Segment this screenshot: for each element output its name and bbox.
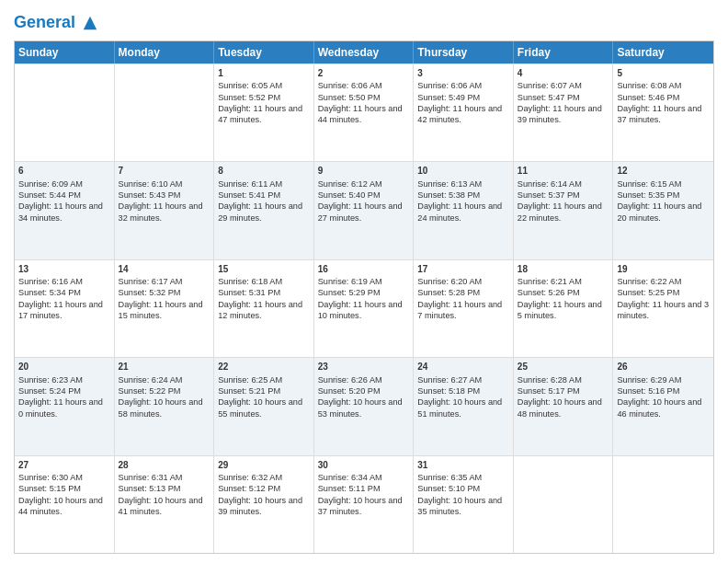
day-cell-21: 21Sunrise: 6:24 AMSunset: 5:22 PMDayligh…	[115, 358, 215, 454]
weekday-header-friday: Friday	[514, 41, 614, 63]
day-number: 28	[119, 459, 210, 472]
sunset-time: Sunset: 5:29 PM	[318, 288, 381, 297]
day-number: 14	[119, 263, 210, 276]
sunrise-time: Sunrise: 6:05 AM	[218, 81, 282, 90]
sunset-time: Sunset: 5:26 PM	[518, 288, 580, 297]
day-number: 30	[318, 459, 410, 472]
daylight-hours: Daylight: 10 hours and 51 minutes.	[417, 397, 502, 418]
sunrise-time: Sunrise: 6:08 AM	[617, 81, 681, 90]
day-number: 4	[518, 67, 609, 80]
daylight-hours: Daylight: 11 hours and 27 minutes.	[318, 201, 403, 222]
daylight-hours: Daylight: 11 hours and 3 minutes.	[617, 300, 709, 320]
page: General SundayMondayTuesdayWednesdayThur…	[0, 0, 728, 563]
calendar-header: SundayMondayTuesdayWednesdayThursdayFrid…	[15, 41, 713, 63]
day-number: 17	[417, 263, 509, 276]
day-number: 31	[417, 459, 509, 472]
sunrise-time: Sunrise: 6:21 AM	[518, 277, 582, 286]
day-cell-15: 15Sunrise: 6:18 AMSunset: 5:31 PMDayligh…	[214, 260, 314, 357]
sunset-time: Sunset: 5:43 PM	[119, 190, 181, 200]
day-cell-23: 23Sunrise: 6:26 AMSunset: 5:20 PMDayligh…	[314, 358, 415, 454]
sunset-time: Sunset: 5:50 PM	[318, 93, 381, 102]
day-cell-26: 26Sunrise: 6:29 AMSunset: 5:16 PMDayligh…	[613, 358, 713, 454]
sunrise-time: Sunrise: 6:11 AM	[218, 179, 282, 189]
sunset-time: Sunset: 5:24 PM	[18, 386, 81, 396]
sunrise-time: Sunrise: 6:29 AM	[617, 375, 681, 385]
sunrise-time: Sunrise: 6:14 AM	[518, 179, 582, 189]
sunrise-time: Sunrise: 6:35 AM	[417, 473, 482, 482]
calendar-row-1: 1Sunrise: 6:05 AMSunset: 5:52 PMDaylight…	[15, 63, 713, 161]
day-number: 26	[617, 361, 710, 373]
daylight-hours: Daylight: 10 hours and 44 minutes.	[18, 496, 103, 516]
daylight-hours: Daylight: 11 hours and 24 minutes.	[417, 201, 502, 222]
header: General	[14, 9, 714, 33]
daylight-hours: Daylight: 11 hours and 20 minutes.	[617, 201, 701, 222]
day-number: 16	[318, 263, 410, 276]
sunrise-time: Sunrise: 6:24 AM	[119, 375, 183, 385]
sunset-time: Sunset: 5:17 PM	[518, 386, 580, 396]
day-number: 3	[417, 67, 509, 80]
sunrise-time: Sunrise: 6:06 AM	[417, 81, 482, 90]
calendar-row-4: 20Sunrise: 6:23 AMSunset: 5:24 PMDayligh…	[15, 357, 713, 454]
calendar-row-5: 27Sunrise: 6:30 AMSunset: 5:15 PMDayligh…	[15, 455, 713, 553]
day-number: 18	[518, 263, 609, 276]
sunset-time: Sunset: 5:28 PM	[417, 288, 480, 297]
logo-text: General	[14, 13, 98, 33]
daylight-hours: Daylight: 10 hours and 37 minutes.	[318, 496, 403, 516]
daylight-hours: Daylight: 11 hours and 34 minutes.	[18, 201, 103, 222]
daylight-hours: Daylight: 11 hours and 42 minutes.	[417, 104, 502, 124]
day-cell-1: 1Sunrise: 6:05 AMSunset: 5:52 PMDaylight…	[214, 64, 314, 161]
sunrise-time: Sunrise: 6:10 AM	[119, 179, 183, 189]
sunset-time: Sunset: 5:47 PM	[518, 93, 580, 102]
day-cell-4: 4Sunrise: 6:07 AMSunset: 5:47 PMDaylight…	[514, 64, 614, 161]
weekday-header-sunday: Sunday	[15, 41, 115, 63]
sunrise-time: Sunrise: 6:20 AM	[417, 277, 482, 286]
sunset-time: Sunset: 5:13 PM	[119, 484, 181, 493]
weekday-header-thursday: Thursday	[414, 41, 514, 63]
day-number: 12	[617, 165, 710, 178]
day-number: 5	[617, 67, 710, 80]
day-number: 10	[417, 165, 509, 178]
sunrise-time: Sunrise: 6:32 AM	[218, 473, 282, 482]
day-number: 7	[119, 165, 210, 178]
calendar: SundayMondayTuesdayWednesdayThursdayFrid…	[14, 40, 714, 554]
sunrise-time: Sunrise: 6:09 AM	[18, 179, 83, 189]
day-number: 13	[18, 263, 110, 276]
day-cell-13: 13Sunrise: 6:16 AMSunset: 5:34 PMDayligh…	[15, 260, 115, 357]
day-cell-7: 7Sunrise: 6:10 AMSunset: 5:43 PMDaylight…	[115, 162, 215, 259]
day-cell-16: 16Sunrise: 6:19 AMSunset: 5:29 PMDayligh…	[314, 260, 415, 357]
day-number: 1	[218, 67, 310, 80]
empty-cell	[514, 456, 614, 553]
sunrise-time: Sunrise: 6:17 AM	[119, 277, 183, 286]
day-number: 8	[218, 165, 310, 178]
daylight-hours: Daylight: 11 hours and 37 minutes.	[617, 104, 701, 124]
daylight-hours: Daylight: 10 hours and 58 minutes.	[119, 397, 203, 418]
day-cell-2: 2Sunrise: 6:06 AMSunset: 5:50 PMDaylight…	[314, 64, 415, 161]
sunset-time: Sunset: 5:40 PM	[318, 190, 381, 200]
day-cell-3: 3Sunrise: 6:06 AMSunset: 5:49 PMDaylight…	[414, 64, 514, 161]
sunrise-time: Sunrise: 6:27 AM	[417, 375, 482, 385]
daylight-hours: Daylight: 11 hours and 5 minutes.	[518, 300, 602, 320]
logo: General	[14, 13, 98, 33]
day-cell-11: 11Sunrise: 6:14 AMSunset: 5:37 PMDayligh…	[514, 162, 614, 259]
sunset-time: Sunset: 5:15 PM	[18, 484, 81, 493]
sunset-time: Sunset: 5:20 PM	[318, 386, 381, 396]
day-cell-19: 19Sunrise: 6:22 AMSunset: 5:25 PMDayligh…	[613, 260, 713, 357]
sunrise-time: Sunrise: 6:18 AM	[218, 277, 282, 286]
sunset-time: Sunset: 5:16 PM	[617, 386, 679, 396]
day-cell-9: 9Sunrise: 6:12 AMSunset: 5:40 PMDaylight…	[314, 162, 415, 259]
daylight-hours: Daylight: 10 hours and 55 minutes.	[218, 397, 302, 418]
weekday-header-monday: Monday	[115, 41, 215, 63]
day-number: 9	[318, 165, 410, 178]
sunrise-time: Sunrise: 6:07 AM	[518, 81, 582, 90]
sunset-time: Sunset: 5:12 PM	[218, 484, 280, 493]
daylight-hours: Daylight: 11 hours and 29 minutes.	[218, 201, 302, 222]
day-cell-18: 18Sunrise: 6:21 AMSunset: 5:26 PMDayligh…	[514, 260, 614, 357]
sunset-time: Sunset: 5:22 PM	[119, 386, 181, 396]
day-number: 25	[518, 361, 609, 373]
day-cell-28: 28Sunrise: 6:31 AMSunset: 5:13 PMDayligh…	[115, 456, 215, 553]
sunrise-time: Sunrise: 6:31 AM	[119, 473, 183, 482]
day-number: 6	[18, 165, 110, 178]
sunrise-time: Sunrise: 6:34 AM	[318, 473, 382, 482]
logo-icon	[82, 15, 98, 31]
day-cell-27: 27Sunrise: 6:30 AMSunset: 5:15 PMDayligh…	[15, 456, 115, 553]
